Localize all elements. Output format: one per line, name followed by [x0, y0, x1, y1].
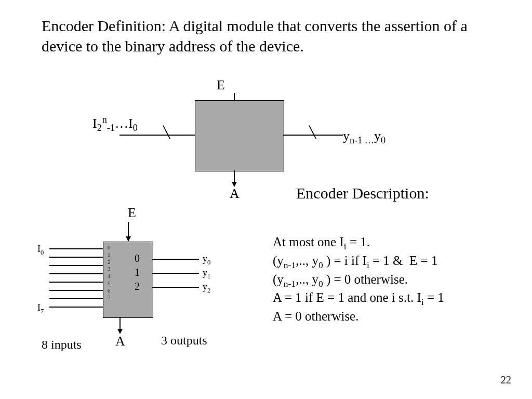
- desc-line-2: (yn-1,.., y0 ) = i if Ii = 1 & E = 1: [273, 252, 522, 271]
- page-number: 22: [501, 374, 511, 386]
- in-line-4: [49, 282, 103, 283]
- bottom-e-arrow-icon: [126, 236, 131, 242]
- out-line-1: [152, 273, 199, 274]
- in-line-1: [49, 257, 103, 258]
- in-line-5: [49, 290, 103, 291]
- desc-line-5: A = 0 otherwise.: [273, 308, 522, 325]
- y1-label: y1: [203, 268, 210, 281]
- top-left-slash-icon: ╲: [163, 126, 170, 139]
- top-a-line: [234, 170, 235, 183]
- out-line-0: [152, 259, 199, 260]
- in-index-col: 0 1 2 3 4 5 6 7: [108, 244, 111, 301]
- desc-line-1: At most one Ii = 1.: [273, 234, 522, 252]
- out-line-2: [152, 287, 199, 288]
- top-a-label: A: [230, 186, 240, 202]
- top-right-slash-icon: ╲: [309, 126, 316, 139]
- in-line-7: [49, 307, 103, 308]
- in-line-3: [49, 273, 103, 274]
- outputs-note: 3 outputs: [161, 334, 207, 348]
- out-index-col: 0 1 2: [135, 251, 140, 294]
- top-output-label: yn-1 …y0: [343, 128, 385, 146]
- top-e-line: [234, 93, 235, 100]
- slide-title: Encoder Definition: A digital module tha…: [42, 16, 499, 56]
- y0-label: y0: [203, 254, 210, 267]
- i0-label: I0: [37, 244, 44, 257]
- inputs-note: 8 inputs: [42, 338, 82, 352]
- in-line-0: [49, 248, 103, 249]
- y2-label: y2: [203, 282, 210, 295]
- bottom-a-line: [119, 317, 121, 330]
- bottom-e-line: [128, 222, 129, 237]
- top-input-label: I2n-1…I0: [92, 114, 138, 134]
- encoder-block-top: [195, 100, 284, 171]
- description-body: At most one Ii = 1. (yn-1,.., y0 ) = i i…: [273, 234, 522, 325]
- bottom-e-label: E: [128, 205, 136, 221]
- bottom-a-label: A: [115, 334, 125, 349]
- desc-line-4: A = 1 if E = 1 and one i s.t. Ii = 1: [273, 289, 522, 308]
- description-heading: Encoder Description:: [296, 184, 429, 202]
- top-left-bus: [119, 135, 195, 136]
- in-line-2: [49, 265, 103, 266]
- top-e-label: E: [217, 77, 225, 93]
- slide: Encoder Definition: A digital module tha…: [0, 0, 532, 399]
- i7-label: I7: [37, 302, 44, 315]
- desc-line-3: (yn-1,.., y0 ) = 0 otherwise.: [273, 271, 522, 290]
- in-line-6: [49, 298, 103, 299]
